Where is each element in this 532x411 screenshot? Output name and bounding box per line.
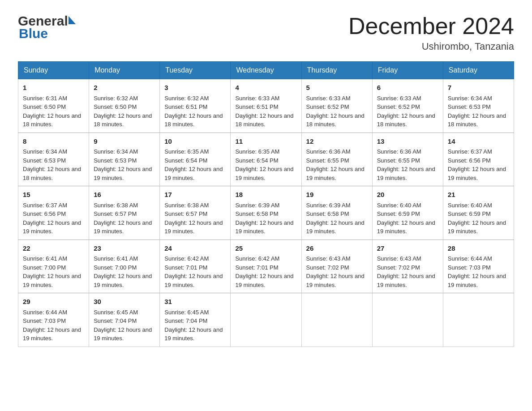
weekday-header-monday: Monday bbox=[89, 62, 160, 79]
sunset-text: Sunset: 6:54 PM bbox=[164, 157, 207, 164]
page-header: General Blue December 2024 Ushirombo, Ta… bbox=[18, 13, 514, 52]
day-number: 19 bbox=[306, 190, 368, 200]
daylight-text: Daylight: 12 hours and 19 minutes. bbox=[235, 166, 293, 181]
daylight-text: Daylight: 12 hours and 19 minutes. bbox=[377, 273, 435, 288]
daylight-text: Daylight: 12 hours and 19 minutes. bbox=[164, 326, 223, 342]
calendar-cell: 3Sunrise: 6:32 AMSunset: 6:51 PMDaylight… bbox=[160, 79, 231, 133]
daylight-text: Daylight: 12 hours and 18 minutes. bbox=[448, 112, 506, 128]
daylight-text: Daylight: 12 hours and 19 minutes. bbox=[448, 166, 506, 181]
title-section: December 2024 Ushirombo, Tanzania bbox=[348, 13, 514, 52]
daylight-text: Daylight: 12 hours and 19 minutes. bbox=[306, 166, 365, 181]
sunrise-text: Sunrise: 6:38 AM bbox=[164, 202, 209, 209]
sunset-text: Sunset: 6:50 PM bbox=[94, 103, 137, 110]
sunrise-text: Sunrise: 6:39 AM bbox=[306, 202, 351, 209]
calendar-cell: 24Sunrise: 6:42 AMSunset: 7:01 PMDayligh… bbox=[160, 240, 231, 293]
day-number: 14 bbox=[448, 137, 509, 147]
day-number: 5 bbox=[306, 83, 368, 93]
sunrise-text: Sunrise: 6:34 AM bbox=[448, 95, 492, 102]
sunrise-text: Sunrise: 6:32 AM bbox=[94, 95, 138, 102]
day-number: 1 bbox=[23, 83, 84, 93]
sunrise-text: Sunrise: 6:31 AM bbox=[23, 95, 67, 102]
sunrise-text: Sunrise: 6:39 AM bbox=[235, 202, 279, 209]
calendar-cell: 8Sunrise: 6:34 AMSunset: 6:53 PMDaylight… bbox=[18, 133, 89, 186]
sunrise-text: Sunrise: 6:43 AM bbox=[306, 255, 351, 262]
calendar-cell: 16Sunrise: 6:38 AMSunset: 6:57 PMDayligh… bbox=[89, 186, 160, 240]
sunset-text: Sunset: 6:56 PM bbox=[23, 210, 66, 217]
calendar-cell: 26Sunrise: 6:43 AMSunset: 7:02 PMDayligh… bbox=[301, 240, 372, 293]
sunset-text: Sunset: 7:04 PM bbox=[94, 317, 137, 324]
daylight-text: Daylight: 12 hours and 19 minutes. bbox=[94, 219, 152, 235]
daylight-text: Daylight: 12 hours and 19 minutes. bbox=[94, 273, 152, 288]
sunrise-text: Sunrise: 6:36 AM bbox=[377, 148, 421, 155]
calendar-cell: 2Sunrise: 6:32 AMSunset: 6:50 PMDaylight… bbox=[89, 79, 160, 133]
sunrise-text: Sunrise: 6:44 AM bbox=[23, 309, 67, 316]
sunrise-text: Sunrise: 6:35 AM bbox=[164, 148, 209, 155]
sunset-text: Sunset: 7:00 PM bbox=[23, 264, 66, 271]
sunset-text: Sunset: 6:53 PM bbox=[448, 103, 491, 110]
sunset-text: Sunset: 6:51 PM bbox=[164, 103, 207, 110]
daylight-text: Daylight: 12 hours and 19 minutes. bbox=[306, 273, 365, 288]
calendar-cell bbox=[231, 293, 301, 347]
daylight-text: Daylight: 12 hours and 18 minutes. bbox=[235, 112, 293, 128]
calendar-cell: 4Sunrise: 6:33 AMSunset: 6:51 PMDaylight… bbox=[231, 79, 301, 133]
month-title: December 2024 bbox=[348, 13, 514, 39]
weekday-header-wednesday: Wednesday bbox=[231, 62, 301, 79]
weekday-header-tuesday: Tuesday bbox=[160, 62, 231, 79]
sunrise-text: Sunrise: 6:36 AM bbox=[306, 148, 351, 155]
sunset-text: Sunset: 7:03 PM bbox=[23, 317, 66, 324]
daylight-text: Daylight: 12 hours and 19 minutes. bbox=[94, 326, 152, 342]
day-number: 24 bbox=[164, 244, 226, 254]
sunset-text: Sunset: 7:00 PM bbox=[94, 264, 137, 271]
day-number: 26 bbox=[306, 244, 368, 254]
weekday-header-sunday: Sunday bbox=[18, 62, 89, 79]
sunrise-text: Sunrise: 6:37 AM bbox=[23, 202, 67, 209]
sunrise-text: Sunrise: 6:38 AM bbox=[94, 202, 138, 209]
day-number: 20 bbox=[377, 190, 438, 200]
calendar-cell bbox=[443, 293, 514, 347]
daylight-text: Daylight: 12 hours and 19 minutes. bbox=[164, 166, 223, 181]
calendar-cell: 6Sunrise: 6:33 AMSunset: 6:52 PMDaylight… bbox=[372, 79, 443, 133]
calendar-cell: 23Sunrise: 6:41 AMSunset: 7:00 PMDayligh… bbox=[89, 240, 160, 293]
daylight-text: Daylight: 12 hours and 19 minutes. bbox=[164, 273, 223, 288]
sunrise-text: Sunrise: 6:42 AM bbox=[235, 255, 279, 262]
daylight-text: Daylight: 12 hours and 18 minutes. bbox=[23, 112, 81, 128]
daylight-text: Daylight: 12 hours and 19 minutes. bbox=[23, 219, 81, 235]
calendar-week-row: 15Sunrise: 6:37 AMSunset: 6:56 PMDayligh… bbox=[18, 186, 514, 240]
sunset-text: Sunset: 6:54 PM bbox=[235, 157, 278, 164]
sunrise-text: Sunrise: 6:43 AM bbox=[377, 255, 421, 262]
logo-chevron-icon bbox=[69, 16, 76, 24]
sunrise-text: Sunrise: 6:40 AM bbox=[377, 202, 421, 209]
daylight-text: Daylight: 12 hours and 19 minutes. bbox=[235, 219, 293, 235]
daylight-text: Daylight: 12 hours and 19 minutes. bbox=[306, 219, 365, 235]
calendar-cell: 10Sunrise: 6:35 AMSunset: 6:54 PMDayligh… bbox=[160, 133, 231, 186]
calendar-cell: 1Sunrise: 6:31 AMSunset: 6:50 PMDaylight… bbox=[18, 79, 89, 133]
sunset-text: Sunset: 6:53 PM bbox=[94, 157, 137, 164]
day-number: 21 bbox=[448, 190, 509, 200]
sunset-text: Sunset: 6:58 PM bbox=[235, 210, 278, 217]
weekday-header-friday: Friday bbox=[372, 62, 443, 79]
calendar-cell: 30Sunrise: 6:45 AMSunset: 7:04 PMDayligh… bbox=[89, 293, 160, 347]
calendar-cell: 31Sunrise: 6:45 AMSunset: 7:04 PMDayligh… bbox=[160, 293, 231, 347]
day-number: 8 bbox=[23, 137, 84, 147]
day-number: 16 bbox=[94, 190, 155, 200]
calendar-cell: 18Sunrise: 6:39 AMSunset: 6:58 PMDayligh… bbox=[231, 186, 301, 240]
calendar-cell: 22Sunrise: 6:41 AMSunset: 7:00 PMDayligh… bbox=[18, 240, 89, 293]
daylight-text: Daylight: 12 hours and 19 minutes. bbox=[23, 273, 81, 288]
logo-blue-text: Blue bbox=[18, 26, 48, 41]
sunset-text: Sunset: 7:04 PM bbox=[164, 317, 207, 324]
weekday-header-row: SundayMondayTuesdayWednesdayThursdayFrid… bbox=[18, 62, 514, 79]
sunset-text: Sunset: 6:59 PM bbox=[448, 210, 491, 217]
calendar-week-row: 22Sunrise: 6:41 AMSunset: 7:00 PMDayligh… bbox=[18, 240, 514, 293]
day-number: 15 bbox=[23, 190, 84, 200]
calendar-cell: 15Sunrise: 6:37 AMSunset: 6:56 PMDayligh… bbox=[18, 186, 89, 240]
sunset-text: Sunset: 6:55 PM bbox=[306, 157, 349, 164]
weekday-header-saturday: Saturday bbox=[443, 62, 514, 79]
day-number: 18 bbox=[235, 190, 296, 200]
daylight-text: Daylight: 12 hours and 18 minutes. bbox=[164, 112, 223, 128]
daylight-text: Daylight: 12 hours and 18 minutes. bbox=[306, 112, 365, 128]
calendar-cell: 27Sunrise: 6:43 AMSunset: 7:02 PMDayligh… bbox=[372, 240, 443, 293]
calendar-cell: 29Sunrise: 6:44 AMSunset: 7:03 PMDayligh… bbox=[18, 293, 89, 347]
calendar-week-row: 29Sunrise: 6:44 AMSunset: 7:03 PMDayligh… bbox=[18, 293, 514, 347]
weekday-header-thursday: Thursday bbox=[301, 62, 372, 79]
calendar-table: SundayMondayTuesdayWednesdayThursdayFrid… bbox=[18, 61, 514, 347]
